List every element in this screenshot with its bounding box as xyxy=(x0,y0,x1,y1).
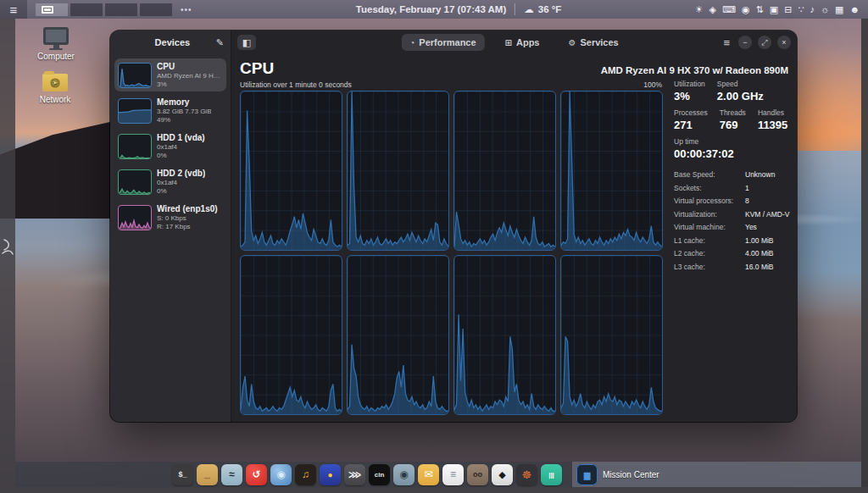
screen-record-icon[interactable]: ◉ xyxy=(742,5,750,14)
dock-terminal[interactable]: $_ xyxy=(172,464,193,485)
tab-performance[interactable]: ◔Performance xyxy=(401,34,484,51)
device-item-wired-enp1s0[interactable]: Wired (enp1s0) S: 0 Kbps R: 17 Kbps xyxy=(114,201,226,234)
workspace-4[interactable] xyxy=(140,3,172,16)
core-graph-3 xyxy=(453,91,556,251)
color-settings-icon[interactable]: ☼ xyxy=(821,5,829,14)
window-controls: ≡ − ⤢ × xyxy=(723,36,791,49)
detail-row: L3 cache: 16.0 MiB xyxy=(674,261,790,274)
cpu-details: Base Speed: Unknown Sockets: 1 Virtual p… xyxy=(674,169,790,274)
inkscape-icon: ◆ xyxy=(498,469,505,480)
device-usage: R: 17 Kbps xyxy=(157,223,218,230)
detail-label: Virtual machine: xyxy=(674,221,745,235)
device-name: HDD 1 (vda) xyxy=(157,133,205,142)
top-panel: ≡ ••• Tuesday, February 17 (07:43 AM) ☁ … xyxy=(0,0,868,19)
device-subtitle: 3.82 GiB 7.73 GiB xyxy=(157,108,211,115)
device-usage: 49% xyxy=(157,116,211,124)
network-share-icon[interactable]: ∵ xyxy=(798,5,804,14)
desktop-icon-computer[interactable]: Computer xyxy=(33,27,79,61)
core-graph-2 xyxy=(347,91,449,251)
minimize-button[interactable]: − xyxy=(738,36,752,49)
mic-level-icon[interactable]: ⇅ xyxy=(756,5,764,14)
device-item-hdd-2-vdb[interactable]: HDD 2 (vdb) 0x1af4 0% xyxy=(114,165,226,198)
workspace-grid-icon[interactable]: ▦ xyxy=(835,5,843,14)
weather-applet[interactable]: ☁ 36 °F xyxy=(524,3,561,15)
taskbar-active-window[interactable]: ▆ Mission Center xyxy=(572,462,861,487)
dock-text-editor[interactable]: ≡ xyxy=(442,464,464,485)
stat-label: Threads xyxy=(720,108,746,117)
view-tabs: ◔Performance⊞Apps⚙Services xyxy=(401,34,626,51)
dock-file-manager[interactable]: ▁ xyxy=(197,464,218,485)
dock-video-clips-app[interactable]: ⋙ xyxy=(344,464,365,485)
side-panel-handle[interactable] xyxy=(1,237,14,258)
device-subtitle: 0x1af4 xyxy=(157,143,205,151)
user-icon[interactable]: ☻ xyxy=(849,5,860,14)
device-subtitle: S: 0 Kbps xyxy=(157,214,218,222)
detail-value: 1.00 MiB xyxy=(745,235,774,248)
core-graphs-grid xyxy=(240,91,663,415)
shield-icon[interactable]: ◈ xyxy=(709,5,716,14)
detail-row: Sockets: 1 xyxy=(674,182,790,196)
maximize-button[interactable]: ⤢ xyxy=(758,36,771,49)
workspace-1[interactable] xyxy=(36,3,68,16)
device-item-cpu[interactable]: CPU AMD Ryzen AI 9 HX 370 ... 3% xyxy=(114,58,226,91)
detail-label: L1 cache: xyxy=(674,235,745,248)
clock[interactable]: Tuesday, February 17 (07:43 AM) xyxy=(356,4,506,14)
stat-label: Speed xyxy=(717,80,764,88)
desktop-icon-network[interactable]: ➤ Network xyxy=(32,72,78,104)
temperature: 36 °F xyxy=(538,4,562,14)
keyboard-layout-icon[interactable]: ⌨ xyxy=(722,5,736,14)
dock-music-dj-app[interactable]: ♫ xyxy=(295,464,316,485)
dock: $_▁≈↺◉♫●⋙cin◉✉≡oo◆☸||| ▆ Mission Center xyxy=(15,462,861,487)
printer-icon[interactable]: ⊟ xyxy=(784,5,792,14)
dock-backup-app[interactable]: ↺ xyxy=(246,464,267,485)
text-editor-icon: ≡ xyxy=(450,468,456,480)
close-button[interactable]: × xyxy=(777,36,791,49)
dock-mail[interactable]: ✉ xyxy=(418,464,439,485)
core-graph-4 xyxy=(560,91,663,251)
dock-duck-media-app[interactable]: ● xyxy=(320,464,341,485)
gimp-icon: oo xyxy=(473,470,482,479)
edit-devices-button[interactable]: ✎ xyxy=(216,37,224,48)
detail-row: Virtual processors: 8 xyxy=(674,195,790,208)
sidebar-header: Devices ✎ xyxy=(110,30,231,54)
volume-icon[interactable]: ♪ xyxy=(810,5,815,14)
panel-overflow-button[interactable]: ••• xyxy=(181,5,192,14)
active-task-label: Mission Center xyxy=(603,470,659,479)
mission-center-task-icon: ▆ xyxy=(576,464,598,485)
services-tab-icon: ⚙ xyxy=(568,38,576,47)
dock-manjaro-app[interactable]: ||| xyxy=(541,464,562,485)
detail-row: L1 cache: 1.00 MiB xyxy=(674,235,790,248)
clipboard-icon[interactable]: ▣ xyxy=(770,5,778,14)
screen-frame-bottom xyxy=(0,487,868,493)
detail-row: Virtualization: KVM / AMD-V xyxy=(674,208,790,222)
duck-media-app-icon: ● xyxy=(327,470,332,479)
backup-app-icon: ↺ xyxy=(252,468,260,480)
device-usage: 0% xyxy=(157,152,205,159)
tab-apps[interactable]: ⊞Apps xyxy=(497,34,548,51)
dock-photo-aperture-app[interactable]: ☸ xyxy=(516,464,537,485)
workspace-2[interactable] xyxy=(70,3,103,16)
music-dj-app-icon: ♫ xyxy=(302,468,309,480)
window-menu-button[interactable]: ≡ xyxy=(723,36,730,49)
dock-media-recorder[interactable]: ◉ xyxy=(393,464,415,485)
workspace-3[interactable] xyxy=(105,3,137,16)
dock-orca[interactable]: ≈ xyxy=(221,464,242,485)
detail-value: 16.0 MiB xyxy=(745,261,774,274)
dock-gimp[interactable]: oo xyxy=(467,464,488,485)
tab-services[interactable]: ⚙Services xyxy=(559,34,626,51)
device-graph-thumbnail xyxy=(118,205,152,230)
dock-inkscape[interactable]: ◆ xyxy=(492,464,513,485)
screen-frame-right xyxy=(861,19,868,493)
detail-row: Base Speed: Unknown xyxy=(674,169,790,182)
device-name: Wired (enp1s0) xyxy=(157,204,218,213)
dock-web-browser[interactable]: ◉ xyxy=(270,464,292,485)
detail-label: Base Speed: xyxy=(674,169,745,182)
dock-cinelerra[interactable]: cin xyxy=(369,464,390,485)
device-graph-thumbnail xyxy=(118,169,152,195)
brightness-icon[interactable]: ☀ xyxy=(695,5,704,14)
cpu-model: AMD Ryzen AI 9 HX 370 w/ Radeon 890M xyxy=(601,65,788,75)
sidebar-toggle-button[interactable]: ◧ xyxy=(237,35,256,50)
panel-menu-button[interactable]: ≡ xyxy=(0,0,27,19)
device-item-hdd-1-vda[interactable]: HDD 1 (vda) 0x1af4 0% xyxy=(114,130,226,163)
device-item-memory[interactable]: Memory 3.82 GiB 7.73 GiB 49% xyxy=(114,94,226,127)
